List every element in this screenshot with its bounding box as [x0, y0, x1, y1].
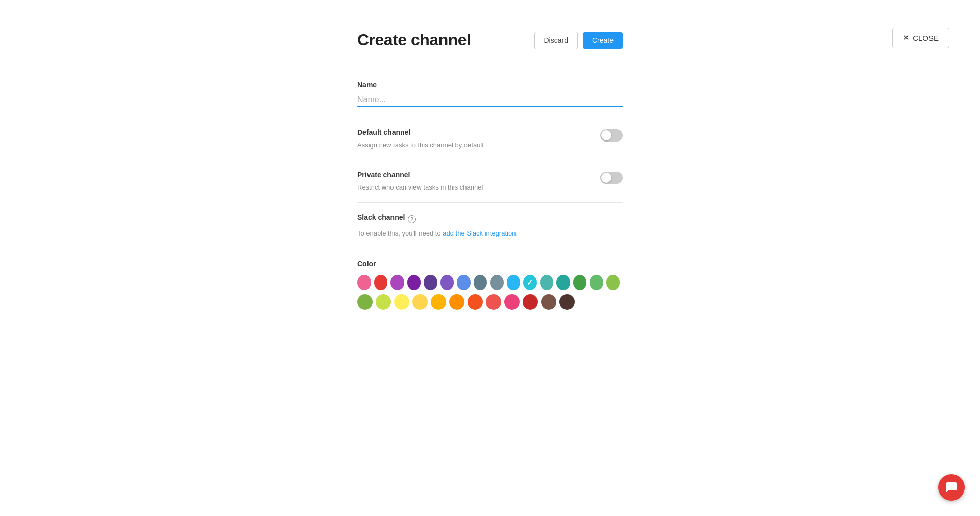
- slack-integration-link[interactable]: add the Slack integration: [443, 229, 516, 237]
- chat-icon: [945, 481, 958, 494]
- color-dot[interactable]: [556, 275, 570, 290]
- color-dot[interactable]: [541, 294, 556, 310]
- header-actions: Discard Create: [534, 32, 623, 49]
- color-dot[interactable]: [376, 294, 391, 310]
- default-channel-row: Default channel Assign new tasks to this…: [357, 128, 623, 150]
- default-channel-section: Default channel Assign new tasks to this…: [357, 118, 623, 160]
- slack-channel-row: Slack channel ? To enable this, you'll n…: [357, 213, 623, 239]
- form-container: Create channel Discard Create Name Defau…: [357, 31, 623, 324]
- discard-button[interactable]: Discard: [534, 32, 578, 49]
- color-dot[interactable]: [374, 275, 388, 290]
- chat-button[interactable]: [938, 474, 965, 501]
- name-input[interactable]: [357, 93, 623, 107]
- color-dot[interactable]: [474, 275, 487, 290]
- close-label: CLOSE: [913, 34, 939, 42]
- default-channel-toggle-knob: [601, 130, 611, 140]
- slack-label-row: Slack channel ?: [357, 213, 623, 225]
- form-header: Create channel Discard Create: [357, 31, 623, 50]
- color-dot[interactable]: [431, 294, 446, 310]
- color-dot[interactable]: [490, 275, 504, 290]
- close-button[interactable]: ✕ CLOSE: [892, 28, 949, 48]
- color-dot[interactable]: [390, 275, 404, 290]
- color-label: Color: [357, 260, 623, 268]
- private-channel-description: Restrict who can view tasks in this chan…: [357, 183, 600, 192]
- slack-channel-label: Slack channel: [357, 213, 405, 221]
- default-channel-text: Default channel Assign new tasks to this…: [357, 128, 600, 150]
- color-row-2: [357, 294, 623, 310]
- color-dot[interactable]: [559, 294, 575, 310]
- private-channel-text: Private channel Restrict who can view ta…: [357, 171, 600, 192]
- page-title: Create channel: [357, 31, 471, 50]
- default-channel-toggle[interactable]: [600, 129, 623, 142]
- color-dot[interactable]: [606, 275, 620, 290]
- color-dot[interactable]: [573, 275, 587, 290]
- color-dot[interactable]: [523, 294, 538, 310]
- default-channel-description: Assign new tasks to this channel by defa…: [357, 140, 600, 150]
- slack-desc-prefix: To enable this, you'll need to: [357, 229, 443, 237]
- color-dot[interactable]: [523, 275, 537, 290]
- color-dot[interactable]: [468, 294, 483, 310]
- slack-channel-description: To enable this, you'll need to add the S…: [357, 228, 623, 239]
- color-dot[interactable]: [504, 294, 520, 310]
- slack-desc-suffix: .: [516, 229, 518, 237]
- color-dot[interactable]: [407, 275, 421, 290]
- color-dot[interactable]: [394, 294, 409, 310]
- color-row-1: [357, 275, 623, 290]
- private-channel-label: Private channel: [357, 171, 600, 179]
- color-dot[interactable]: [440, 275, 454, 290]
- color-dot[interactable]: [507, 275, 521, 290]
- private-channel-section: Private channel Restrict who can view ta…: [357, 160, 623, 203]
- color-dot[interactable]: [357, 294, 373, 310]
- name-label: Name: [357, 81, 623, 89]
- color-dot[interactable]: [412, 294, 428, 310]
- private-channel-toggle-knob: [601, 173, 611, 183]
- page-wrapper: Create channel Discard Create Name Defau…: [0, 0, 980, 516]
- private-channel-toggle[interactable]: [600, 172, 623, 184]
- create-button[interactable]: Create: [583, 32, 623, 49]
- slack-channel-section: Slack channel ? To enable this, you'll n…: [357, 203, 623, 249]
- color-section: Color: [357, 249, 623, 324]
- color-dot[interactable]: [540, 275, 554, 290]
- color-dot[interactable]: [357, 275, 371, 290]
- header-divider: [357, 60, 623, 60]
- help-icon[interactable]: ?: [408, 215, 416, 223]
- close-x-icon: ✕: [903, 33, 910, 42]
- color-dot[interactable]: [424, 275, 437, 290]
- private-channel-row: Private channel Restrict who can view ta…: [357, 171, 623, 192]
- name-section: Name: [357, 71, 623, 118]
- default-channel-label: Default channel: [357, 128, 600, 136]
- color-dot[interactable]: [486, 294, 501, 310]
- color-dot[interactable]: [590, 275, 603, 290]
- color-dot[interactable]: [449, 294, 464, 310]
- color-dot[interactable]: [457, 275, 471, 290]
